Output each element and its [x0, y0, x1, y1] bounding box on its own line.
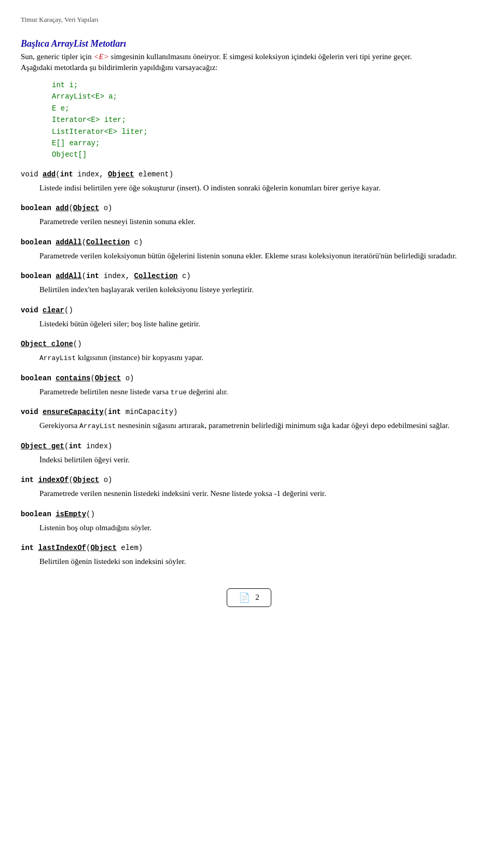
- sig-paren-clear: (): [64, 306, 73, 314]
- arraylist-inline-clone: ArrayList: [39, 354, 76, 362]
- method-name-lastindexof: lastIndexOf: [38, 544, 86, 552]
- code-line-4: Iterator<E> iter;: [52, 114, 477, 126]
- method-isempty: boolean isEmpty() Listenin boş olup olma…: [21, 509, 477, 534]
- page-footer: 📄 2: [21, 588, 477, 607]
- method-add-object-desc: Parametrede verilen nesneyi listenin son…: [39, 216, 477, 228]
- method-lastindexof: int lastIndexOf(Object elem) Belirtilen …: [21, 543, 477, 568]
- sig-paren-add2: (: [68, 204, 73, 212]
- sig-param-index: index,: [73, 170, 108, 178]
- page-number: 2: [255, 593, 259, 602]
- kw-boolean-contains: boolean: [21, 374, 56, 382]
- sig-index-get: index): [82, 442, 113, 450]
- kw-boolean-addall2: boolean: [21, 272, 56, 280]
- sig-paren-indexof: (: [68, 476, 73, 484]
- sig-o-contains: o): [121, 374, 134, 382]
- sig-int-addall2: int: [86, 272, 99, 280]
- method-get-signature: Object get(int index): [21, 441, 477, 452]
- kw-object-clone: Object: [21, 340, 51, 348]
- sig-paren-contains: (: [90, 374, 94, 382]
- code-line-7: Object[]: [52, 149, 477, 160]
- section-title: Başlıca ArrayList Metotları: [21, 38, 477, 49]
- sig-param-element: element): [134, 170, 174, 178]
- e-tag-1: <E>: [93, 52, 108, 61]
- arraylist-inline-ensure: ArrayList: [79, 422, 116, 430]
- method-name-clone: clone: [51, 340, 73, 348]
- method-addall-collection-signature: boolean addAll(Collection c): [21, 237, 477, 248]
- method-clone-signature: Object clone(): [21, 339, 477, 350]
- method-name-get: get: [51, 442, 64, 450]
- intro-paragraph-2: Aşağıdaki metotlarda şu bildirimlerin ya…: [21, 63, 477, 72]
- method-addall-collection-desc: Parametrede verilen koleksiyonun bütün ö…: [39, 250, 477, 262]
- method-add-object: boolean add(Object o) Parametrede verile…: [21, 203, 477, 228]
- method-addall-index-desc: Belirtilen index'ten başlayarak verilen …: [39, 284, 477, 296]
- sig-collection-addall2: Collection: [134, 272, 177, 280]
- sig-c-addall2: c): [178, 272, 191, 280]
- method-contains-signature: boolean contains(Object o): [21, 373, 477, 384]
- sig-int-get: int: [68, 442, 81, 450]
- method-addall-index-signature: boolean addAll(int index, Collection c): [21, 271, 477, 282]
- sig-param-object: Object: [108, 170, 134, 178]
- method-clone: Object clone() ArrayList kılgısının (ins…: [21, 339, 477, 364]
- sig-paren-open: (: [56, 170, 60, 178]
- method-lastindexof-desc: Belirtilen öğenin listedeki son indeksin…: [39, 556, 477, 568]
- sig-param-int: int: [60, 170, 73, 178]
- sig-c-addall: c): [130, 238, 143, 246]
- method-add-index: void add(int index, Object element) List…: [21, 169, 477, 194]
- code-line-2: ArrayList<E> a;: [52, 91, 477, 102]
- method-indexof-desc: Parametrede verilen nesnenin listedeki i…: [39, 488, 477, 500]
- method-clear: void clear() Listedeki bütün öğeleri sil…: [21, 305, 477, 330]
- method-add-object-signature: boolean add(Object o): [21, 203, 477, 214]
- kw-boolean-isempty: boolean: [21, 510, 56, 518]
- method-name-clear: clear: [43, 306, 64, 314]
- method-contains-desc: Parametrede belirtilen nesne listede var…: [39, 386, 477, 398]
- method-name-add2: add: [56, 204, 68, 212]
- method-clear-signature: void clear(): [21, 305, 477, 316]
- method-indexof: int indexOf(Object o) Parametrede verile…: [21, 475, 477, 500]
- sig-object-add2: Object: [73, 204, 99, 212]
- method-name-contains: contains: [56, 374, 90, 382]
- intro-text-1b: simgesinin kullanılmasını öneiryor.: [109, 52, 223, 61]
- method-ensurecapacity-desc: Gerekiyorsa ArrayList nesnesinin sığasın…: [39, 420, 477, 432]
- header-title: Timur Karaçay, Veri Yapıları: [21, 16, 477, 24]
- method-add-index-desc: Listede indisi belirtilen yere öğe sokuş…: [39, 182, 477, 194]
- kw-int-indexof: int: [21, 476, 38, 484]
- sig-paren-addall2: (: [82, 272, 86, 280]
- intro-text-1e2: E: [223, 52, 227, 61]
- sig-object-lastindexof: Object: [90, 544, 116, 552]
- method-name-addall: addAll: [56, 238, 81, 246]
- method-lastindexof-signature: int lastIndexOf(Object elem): [21, 543, 477, 554]
- method-name-indexof: indexOf: [38, 476, 69, 484]
- method-name-add: add: [43, 170, 56, 178]
- sig-object-indexof: Object: [73, 476, 99, 484]
- intro-text-1c: simgesi koleksiyon içindeki öğelerin ver…: [228, 52, 412, 61]
- kw-boolean-addall: boolean: [21, 238, 56, 246]
- sig-mincap-ensure: minCapacity): [121, 408, 177, 416]
- method-clone-desc: ArrayList kılgısının (instance) bir kopy…: [39, 352, 477, 364]
- method-indexof-signature: int indexOf(Object o): [21, 475, 477, 486]
- method-ensurecapacity: void ensureCapacity(int minCapacity) Ger…: [21, 407, 477, 432]
- method-get-desc: İndeksi belirtilen öğeyi verir.: [39, 454, 477, 466]
- sig-o-indexof: o): [99, 476, 112, 484]
- method-clear-desc: Listedeki bütün öğeleri siler; boş liste…: [39, 318, 477, 330]
- sig-paren-addall: (: [82, 238, 86, 246]
- page-icon: 📄: [239, 592, 250, 603]
- method-name-isempty: isEmpty: [56, 510, 86, 518]
- sig-int-ensure: int: [108, 408, 121, 416]
- method-isempty-desc: Listenin boş olup olmadığını söyler.: [39, 522, 477, 534]
- sig-paren-ensure: (: [104, 408, 108, 416]
- page-number-box: 📄 2: [227, 588, 271, 607]
- sig-paren-clone: (): [73, 340, 82, 348]
- code-block: int i; ArrayList<E> a; E e; Iterator<E> …: [52, 79, 477, 161]
- sig-collection-addall: Collection: [86, 238, 130, 246]
- kw-int-lastindexof: int: [21, 544, 38, 552]
- kw-void-clear: void: [21, 306, 43, 314]
- kw-boolean-add: boolean: [21, 204, 56, 212]
- intro-text-1: Sun, generic tipler için: [21, 52, 93, 61]
- method-get: Object get(int index) İndeksi belirtilen…: [21, 441, 477, 466]
- code-line-6: E[] earray;: [52, 137, 477, 149]
- kw-object-get: Object: [21, 442, 51, 450]
- code-line-1: int i;: [52, 79, 477, 91]
- method-name-addall2: addAll: [56, 272, 81, 280]
- code-line-5: ListIterator<E> liter;: [52, 126, 477, 137]
- method-contains: boolean contains(Object o) Parametrede b…: [21, 373, 477, 398]
